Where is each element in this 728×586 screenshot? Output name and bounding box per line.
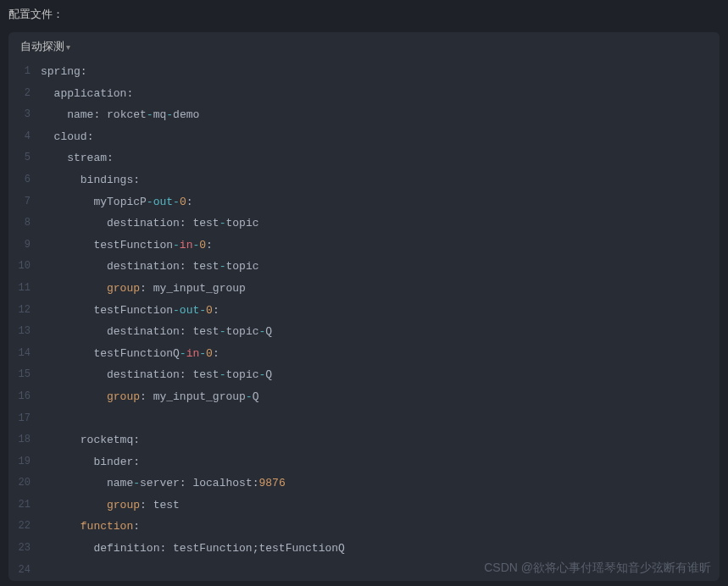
code-line: 24 xyxy=(8,560,720,582)
code-line: 22 function: xyxy=(8,516,720,538)
line-content: definition: testFunction;testFunctionQ xyxy=(41,538,345,560)
code-content[interactable]: 1spring:2 application:3 name: rokcet-mq-… xyxy=(8,61,720,581)
code-line: 18 rocketmq: xyxy=(8,429,720,451)
line-content: destination: test-topic xyxy=(41,213,259,235)
line-number: 21 xyxy=(8,495,41,517)
code-block: 自动探测 ▾ 1spring:2 application:3 name: rok… xyxy=(8,32,720,581)
code-line: 8 destination: test-topic xyxy=(8,213,720,235)
code-toolbar: 自动探测 ▾ xyxy=(8,32,720,61)
code-line: 2 application: xyxy=(8,83,720,105)
code-line: 11 group: my_input_group xyxy=(8,278,720,300)
code-line: 10 destination: test-topic xyxy=(8,256,720,278)
line-content: destination: test-topic xyxy=(41,256,259,278)
code-line: 20 name-server: localhost:9876 xyxy=(8,473,720,495)
code-line: 9 testFunction-in-0: xyxy=(8,235,720,257)
code-line: 4 cloud: xyxy=(8,126,720,148)
line-content: destination: test-topic-Q xyxy=(41,321,272,343)
code-line: 5 stream: xyxy=(8,147,720,169)
line-number: 12 xyxy=(8,300,41,322)
language-selector[interactable]: 自动探测 ▾ xyxy=(20,39,70,54)
line-content: group: my_input_group-Q xyxy=(41,386,258,408)
line-number: 3 xyxy=(8,104,41,126)
line-content: destination: test-topic-Q xyxy=(41,364,272,386)
chevron-down-icon: ▾ xyxy=(66,42,70,52)
line-number: 18 xyxy=(8,429,41,451)
line-number: 15 xyxy=(8,364,41,386)
line-number: 17 xyxy=(8,408,41,430)
line-content xyxy=(41,408,47,430)
line-number: 22 xyxy=(8,516,41,538)
code-line: 15 destination: test-topic-Q xyxy=(8,364,720,386)
language-selector-label: 自动探测 xyxy=(20,39,64,54)
line-number: 24 xyxy=(8,560,41,582)
line-number: 8 xyxy=(8,213,41,235)
section-title: 配置文件： xyxy=(8,8,64,20)
code-line: 1spring: xyxy=(8,61,720,83)
line-number: 14 xyxy=(8,343,41,365)
line-content: application: xyxy=(41,83,133,105)
line-content xyxy=(41,560,47,582)
line-number: 11 xyxy=(8,278,41,300)
line-content: testFunctionQ-in-0: xyxy=(41,343,220,365)
line-number: 2 xyxy=(8,83,41,105)
line-number: 5 xyxy=(8,147,41,169)
line-content: cloud: xyxy=(41,126,93,148)
line-content: group: my_input_group xyxy=(41,278,246,300)
code-line: 14 testFunctionQ-in-0: xyxy=(8,343,720,365)
line-number: 20 xyxy=(8,473,41,495)
line-content: group: test xyxy=(41,495,180,517)
line-number: 13 xyxy=(8,321,41,343)
line-content: stream: xyxy=(41,147,114,169)
line-content: bindings: xyxy=(41,169,140,191)
line-number: 16 xyxy=(8,386,41,408)
code-line: 19 binder: xyxy=(8,451,720,473)
line-content: name: rokcet-mq-demo xyxy=(41,104,199,126)
line-content: binder: xyxy=(41,451,140,473)
code-line: 17 xyxy=(8,408,720,430)
code-line: 16 group: my_input_group-Q xyxy=(8,386,720,408)
section-header: 配置文件： xyxy=(0,0,728,32)
line-number: 19 xyxy=(8,451,41,473)
code-line: 13 destination: test-topic-Q xyxy=(8,321,720,343)
line-content: testFunction-out-0: xyxy=(41,300,220,322)
line-number: 1 xyxy=(8,61,41,83)
line-number: 10 xyxy=(8,256,41,278)
code-line: 21 group: test xyxy=(8,495,720,517)
code-line: 3 name: rokcet-mq-demo xyxy=(8,104,720,126)
code-line: 12 testFunction-out-0: xyxy=(8,300,720,322)
code-line: 7 myTopicP-out-0: xyxy=(8,191,720,213)
line-number: 7 xyxy=(8,191,41,213)
line-number: 4 xyxy=(8,126,41,148)
line-content: rocketmq: xyxy=(41,429,140,451)
line-number: 9 xyxy=(8,235,41,257)
line-content: myTopicP-out-0: xyxy=(41,191,193,213)
line-number: 23 xyxy=(8,538,41,560)
code-line: 23 definition: testFunction;testFunction… xyxy=(8,538,720,560)
line-number: 6 xyxy=(8,169,41,191)
line-content: name-server: localhost:9876 xyxy=(41,473,286,495)
line-content: testFunction-in-0: xyxy=(41,235,213,257)
code-line: 6 bindings: xyxy=(8,169,720,191)
line-content: function: xyxy=(41,516,140,538)
line-content: spring: xyxy=(41,61,87,83)
